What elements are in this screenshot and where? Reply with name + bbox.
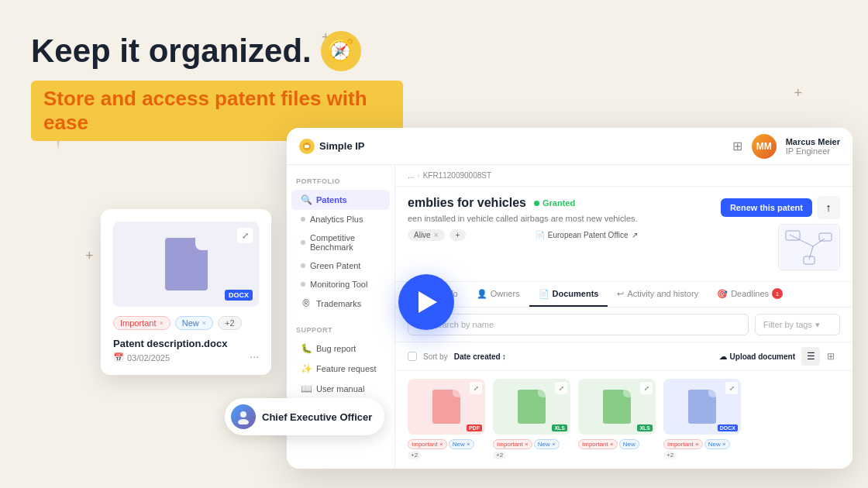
analytics-label: Analytics Plus — [310, 215, 363, 224]
doc-expand-4[interactable]: ⤢ — [725, 382, 738, 394]
grid-view-button[interactable]: ⊞ — [822, 347, 840, 366]
doc-tags-3: Important × New — [578, 439, 656, 449]
breadcrumb: ... › KFR1120090008ST — [395, 165, 852, 187]
status-dot — [534, 201, 539, 206]
doc-tags-2: Important × New × +2 — [493, 439, 570, 459]
docs-area: 🔍 Search by name Filter by tags ▾ Sort b… — [395, 308, 852, 469]
sidebar-item-trademarks[interactable]: ® Trademarks — [291, 294, 390, 314]
tag-new-close[interactable]: × — [202, 319, 206, 327]
decorative-plus-2: + — [794, 85, 802, 101]
documents-label: Documents — [553, 289, 599, 298]
user-name: Marcus Meier — [786, 137, 840, 146]
sort-icon: ↕ — [502, 352, 506, 361]
logo-text: Simple IP — [319, 140, 365, 152]
tag-new-1: New × — [449, 439, 474, 449]
decorative-plus-3: + — [85, 248, 94, 264]
patent-desc: een installed in vehicle called airbags … — [408, 213, 638, 225]
owners-icon: 👤 — [477, 289, 487, 299]
logo-icon — [299, 139, 315, 154]
doc-expand-1[interactable]: ⤢ — [470, 382, 482, 394]
title-text: Keep it organized. — [31, 33, 312, 69]
grid-icon[interactable]: ⊞ — [732, 139, 742, 153]
header-title: Keep it organized. 🧭 — [31, 31, 403, 71]
sidebar-item-benchmark[interactable]: Competitive Benchmark — [291, 229, 390, 256]
renew-button[interactable]: Renew this patent — [721, 198, 812, 217]
list-view-button[interactable]: ☰ — [801, 347, 820, 366]
deadlines-badge: 1 — [772, 288, 783, 299]
sidebar-item-patents[interactable]: 🔍 Patents — [291, 190, 390, 210]
expand-icon[interactable]: ⤢ — [237, 228, 253, 243]
sidebar-item-green[interactable]: Green Patent — [291, 256, 390, 275]
tab-owners[interactable]: 👤 Owners — [467, 282, 529, 307]
svg-point-0 — [240, 411, 246, 418]
tag-more: +2 — [218, 316, 242, 330]
patent-header: emblies for vehicles Granted een install… — [395, 187, 852, 282]
ceo-avatar — [231, 404, 256, 429]
select-all-checkbox[interactable] — [408, 352, 417, 361]
doc-badge-2: XLS — [552, 424, 567, 431]
user-info: Marcus Meier IP Engineer — [786, 137, 840, 156]
document-card: ⤢ DOCX Important × New × +2 Patent descr… — [101, 209, 271, 375]
doc-preview-1: ⤢ PDF — [408, 379, 485, 435]
tag-important-close[interactable]: × — [159, 319, 163, 327]
filter-box[interactable]: Filter by tags ▾ — [755, 314, 840, 335]
upload-icon: ☁ — [719, 352, 727, 361]
list-item: ⤢ DOCX Important × New × +2 — [663, 379, 741, 459]
benchmark-dot — [301, 240, 305, 245]
breadcrumb-id: KFR1120090008ST — [423, 171, 491, 180]
tag-more-1: +2 — [408, 451, 421, 459]
docs-grid: ⤢ PDF Important × New × +2 ⤢ — [395, 371, 852, 467]
patent-desc-text: een installed in vehicle called airbags … — [408, 214, 638, 223]
doc-file-2 — [518, 390, 546, 424]
deadlines-icon: 🎯 — [717, 289, 728, 299]
feature-label: Feature request — [316, 364, 377, 373]
doc-expand-2[interactable]: ⤢ — [555, 382, 567, 394]
patent-tags: Alive × + 📄 European Patent Office ↗ — [408, 229, 638, 241]
tag-important-label: Important — [120, 318, 156, 328]
docs-actions-row: Sort by Date created ↕ ☁ Upload document… — [395, 342, 852, 371]
doc-file-icon — [165, 238, 208, 290]
manual-label: User manual — [316, 384, 364, 393]
doc-file-1 — [432, 390, 460, 424]
sidebar-item-monitoring[interactable]: Monitoring Tool — [291, 275, 390, 294]
app-header: Simple IP ⊞ MM Marcus Meier IP Engineer — [287, 128, 852, 165]
doc-menu-dots[interactable]: ··· — [250, 350, 259, 363]
deadlines-label: Deadlines — [731, 289, 769, 298]
user-avatar: MM — [752, 134, 777, 159]
bug-icon: 🐛 — [301, 343, 312, 354]
tab-activity[interactable]: ↩ Activity and history — [608, 282, 708, 307]
export-button[interactable]: ↑ — [817, 196, 840, 219]
upload-button[interactable]: ☁ Upload document — [719, 352, 795, 361]
sort-button[interactable]: Date created ↕ — [454, 352, 506, 361]
tag-new-2: New × — [534, 439, 560, 449]
play-button[interactable] — [398, 274, 454, 330]
bug-label: Bug report — [316, 344, 356, 353]
office-label: European Patent Office — [548, 231, 629, 239]
sidebar-item-feature[interactable]: ✨ Feature request — [291, 359, 390, 379]
doc-expand-3[interactable]: ⤢ — [640, 382, 653, 394]
sidebar-item-manual[interactable]: 📖 User manual — [291, 379, 390, 399]
sort-field: Date created — [454, 352, 501, 361]
doc-title: Patent description.docx — [113, 338, 259, 349]
ceo-tooltip: Chief Executive Officer — [225, 398, 384, 435]
sidebar-item-analytics[interactable]: Analytics Plus — [291, 210, 390, 229]
manual-icon: 📖 — [301, 383, 312, 394]
feature-icon: ✨ — [301, 363, 312, 374]
tab-deadlines[interactable]: 🎯 Deadlines 1 — [708, 282, 792, 307]
tab-documents[interactable]: 📄 Documents — [529, 282, 608, 307]
sort-label: Sort by — [423, 352, 448, 361]
list-item: ⤢ PDF Important × New × +2 — [408, 379, 485, 459]
doc-badge-3: XLS — [637, 424, 653, 431]
activity-label: Activity and history — [627, 289, 698, 298]
header-area: Keep it organized. 🧭 Store and access pa… — [31, 31, 403, 141]
patent-tag-add[interactable]: + — [450, 229, 467, 241]
docs-toolbar: 🔍 Search by name Filter by tags ▾ — [395, 308, 852, 342]
doc-preview-3: ⤢ XLS — [578, 379, 656, 435]
filter-chevron: ▾ — [815, 320, 820, 330]
search-box[interactable]: 🔍 Search by name — [408, 314, 749, 335]
patent-status: Granted — [534, 198, 575, 208]
sidebar-item-bug[interactable]: 🐛 Bug report — [291, 339, 390, 359]
breadcrumb-sep: › — [417, 171, 419, 180]
trademarks-icon: ® — [301, 298, 312, 309]
owners-label: Owners — [491, 289, 520, 298]
